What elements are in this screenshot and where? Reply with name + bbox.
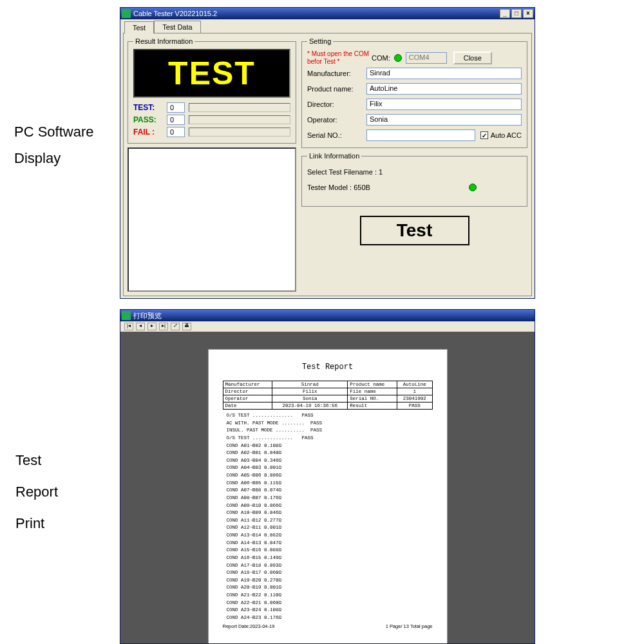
report-line: COND A05→B06 0.096Ω — [227, 472, 433, 480]
report-line: COND A01→B02 0.108Ω — [227, 442, 433, 450]
minimize-button[interactable]: _ — [500, 9, 510, 18]
report-line: COND A11→B12 0.277Ω — [227, 517, 433, 525]
pass-label: PASS: — [133, 115, 167, 124]
com-warning: * Must open the COM befor Test * — [307, 50, 372, 65]
report-line: COND A10→B09 0.046Ω — [227, 509, 433, 517]
manufacturer-input[interactable]: Sinrad — [366, 68, 522, 79]
pass-count: 0 — [167, 115, 185, 125]
report-line: COND A22→B21 0.060Ω — [227, 600, 433, 607]
report-line: COND A16→B15 0.149Ω — [227, 554, 433, 562]
report-line: COND A03→B04 0.346Ω — [227, 457, 433, 465]
print-button[interactable]: 🖶 — [182, 323, 191, 330]
titlebar[interactable]: Cable Tester V20221015.2 _ □ × — [120, 8, 535, 19]
director-input[interactable]: Filix — [366, 99, 522, 110]
link-group: Link Information Select Test Filename : … — [301, 152, 527, 207]
report-line: COND A12→B11 0.001Ω — [227, 524, 433, 532]
setting-legend: Setting — [307, 37, 333, 45]
tabstrip: Test Test Data — [124, 21, 535, 33]
maximize-button[interactable]: □ — [511, 9, 522, 18]
file-label: Select Test Filename : — [307, 168, 377, 176]
caption-report: Report — [15, 484, 58, 500]
report-line: COND A19→B20 0.270Ω — [227, 577, 433, 585]
report-line: COND A24→B23 0.176Ω — [227, 614, 433, 622]
log-textarea[interactable] — [128, 147, 296, 292]
close-com-button[interactable]: Close — [453, 52, 492, 64]
preview-title: 打印预览 — [133, 311, 162, 321]
test-button[interactable]: Test — [360, 216, 469, 245]
com-led-icon — [394, 54, 402, 62]
window-title: Cable Tester V20221015.2 — [133, 10, 217, 17]
report-header-table: ManufacturerSinradProduct nameAutoLineDi… — [223, 381, 433, 410]
report-line: COND A13→B14 0.082Ω — [227, 532, 433, 540]
report-line: O/S TEST .............. PASS — [227, 412, 433, 420]
zoom-button[interactable]: ⤢ — [171, 323, 180, 330]
report-line: COND A14→B13 0.047Ω — [227, 540, 433, 547]
report-line: O/S TEST .............. PASS — [227, 435, 433, 442]
last-page-button[interactable]: ▸| — [159, 323, 168, 330]
report-line: COND A18→B17 0.060Ω — [227, 569, 433, 577]
operator-label: Operator: — [307, 116, 366, 124]
report-footer-page: 1 Page/ 13 Total page — [386, 623, 433, 629]
serial-input[interactable] — [366, 129, 475, 141]
preview-titlebar[interactable]: 打印预览 — [120, 310, 535, 321]
model-value: 650B — [354, 184, 370, 191]
result-display: TEST — [133, 49, 290, 98]
report-line: COND A07→B08 0.074Ω — [227, 487, 433, 495]
product-label: Product name: — [307, 85, 366, 93]
report-line: COND A02→B01 0.040Ω — [227, 450, 433, 457]
test-count: 0 — [167, 102, 185, 113]
next-page-button[interactable]: ▸ — [147, 323, 156, 330]
link-led-icon — [469, 184, 477, 191]
setting-group: Setting * Must open the COM befor Test *… — [301, 37, 527, 148]
report-line: COND A20→B19 0.001Ω — [227, 584, 433, 592]
operator-input[interactable]: Sonia — [366, 114, 522, 126]
report-title: Test Report — [223, 363, 433, 372]
fail-bar — [189, 128, 290, 137]
report-page: Test Report ManufacturerSinradProduct na… — [209, 350, 447, 643]
autoacc-label: Auto ACC — [491, 131, 522, 139]
report-line: COND A23→B24 0.108Ω — [227, 607, 433, 614]
tab-test-data[interactable]: Test Data — [154, 21, 200, 33]
manufacturer-label: Manufacturer: — [307, 70, 366, 77]
tab-test[interactable]: Test — [124, 21, 154, 33]
report-footer-date: Report Date:2023-04-19 — [223, 623, 275, 629]
caption-test: Test — [15, 452, 41, 469]
model-label: Tester Model : — [307, 184, 352, 191]
file-value: 1 — [379, 168, 383, 176]
first-page-button[interactable]: |◂ — [124, 323, 133, 330]
test-bar — [189, 103, 290, 112]
preview-app-icon — [122, 311, 131, 320]
report-line: COND A21→B22 0.110Ω — [227, 592, 433, 600]
autoacc-checkbox[interactable]: ✓ — [480, 131, 488, 139]
pass-bar — [189, 115, 290, 124]
caption-display: Display — [14, 150, 61, 167]
fail-label: FAIL : — [133, 128, 167, 137]
link-legend: Link Information — [307, 152, 361, 160]
director-label: Director: — [307, 100, 366, 108]
caption-print: Print — [15, 515, 44, 532]
com-label: COM: — [372, 54, 390, 62]
fail-count: 0 — [167, 127, 185, 137]
preview-toolbar: |◂ ◂ ▸ ▸| ⤢ 🖶 — [120, 321, 535, 332]
close-window-button[interactable]: × — [523, 9, 533, 18]
result-legend: Result Information — [133, 37, 194, 45]
report-line: COND A06→B05 0.115Ω — [227, 480, 433, 488]
report-line: COND A08→B07 0.176Ω — [227, 495, 433, 502]
report-line: COND A17→B18 0.093Ω — [227, 562, 433, 570]
report-line: COND A09→B10 0.066Ω — [227, 502, 433, 510]
cable-tester-window: Cable Tester V20221015.2 _ □ × Test Test… — [120, 7, 535, 299]
report-lines: O/S TEST .............. PASSAC WITH. PAS… — [223, 412, 433, 622]
serial-label: Serial NO.: — [307, 131, 366, 139]
app-icon — [122, 9, 131, 18]
com-select[interactable]: COM4 — [406, 52, 447, 64]
test-label: TEST: — [133, 103, 167, 112]
report-line: INSUL. PAST MODE .......... PASS — [227, 427, 433, 435]
report-line: AC WITH. PAST MODE ........ PASS — [227, 420, 433, 428]
result-group: Result Information TEST TEST:0 PASS:0 FA… — [128, 37, 296, 144]
report-line: COND A15→B16 0.088Ω — [227, 547, 433, 554]
print-preview-window: 打印预览 |◂ ◂ ▸ ▸| ⤢ 🖶 Test Report Manufactu… — [120, 309, 535, 644]
product-input[interactable]: AutoLine — [366, 83, 522, 95]
prev-page-button[interactable]: ◂ — [136, 323, 145, 330]
caption-pc-software: PC Software — [14, 124, 94, 140]
report-line: COND A04→B03 0.001Ω — [227, 464, 433, 472]
